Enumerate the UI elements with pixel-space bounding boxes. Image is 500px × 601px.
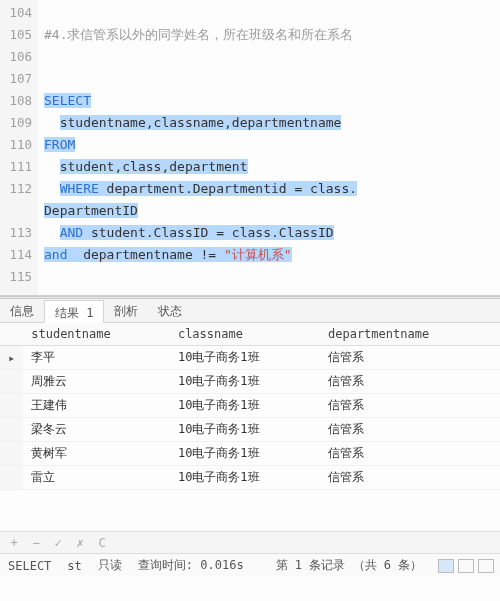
code-line[interactable]: [44, 2, 500, 24]
tab-剖析[interactable]: 剖析: [104, 299, 148, 322]
form-view-icon[interactable]: [458, 559, 474, 573]
code-line[interactable]: SELECT: [44, 90, 500, 112]
status-stmt: SELECT: [8, 559, 51, 573]
status-mode: 只读: [98, 557, 122, 574]
grid-header-row: studentnameclassnamedepartmentname: [0, 323, 500, 346]
table-row[interactable]: 梁冬云10电子商务1班信管系: [0, 418, 500, 442]
text-view-icon[interactable]: [478, 559, 494, 573]
grid-view-icon[interactable]: [438, 559, 454, 573]
col-studentname[interactable]: studentname: [23, 323, 170, 346]
result-tabs: 信息结果 1剖析状态: [0, 299, 500, 323]
code-line[interactable]: WHERE department.Departmentid = class.: [44, 178, 500, 200]
status-query-time: 查询时间: 0.016s: [138, 557, 244, 574]
cancel-button[interactable]: ✗: [72, 536, 88, 550]
code-line[interactable]: [44, 46, 500, 68]
tab-状态[interactable]: 状态: [148, 299, 192, 322]
result-grid[interactable]: studentnameclassnamedepartmentname ▸李平10…: [0, 323, 500, 531]
code-line[interactable]: FROM: [44, 134, 500, 156]
refresh-button[interactable]: C: [94, 536, 110, 550]
table-row[interactable]: 雷立10电子商务1班信管系: [0, 466, 500, 490]
col-classname[interactable]: classname: [170, 323, 320, 346]
tab-结果1[interactable]: 结果 1: [44, 300, 104, 323]
commit-button[interactable]: ✓: [50, 536, 66, 550]
code-line[interactable]: studentname,classname,departmentname: [44, 112, 500, 134]
table-row[interactable]: 王建伟10电子商务1班信管系: [0, 394, 500, 418]
grid-toolbar: + − ✓ ✗ C: [0, 531, 500, 553]
code-line[interactable]: [44, 266, 500, 288]
sql-editor[interactable]: 104105106107108109110111112 113114115 #4…: [0, 0, 500, 296]
status-bar: SELECT st 只读 查询时间: 0.016s 第 1 条记录 （共 6 条…: [0, 553, 500, 577]
line-number-gutter: 104105106107108109110111112 113114115: [0, 0, 38, 295]
code-line[interactable]: [44, 68, 500, 90]
code-line[interactable]: student,class,department: [44, 156, 500, 178]
tab-信息[interactable]: 信息: [0, 299, 44, 322]
table-row[interactable]: 周雅云10电子商务1班信管系: [0, 370, 500, 394]
table-row[interactable]: ▸李平10电子商务1班信管系: [0, 346, 500, 370]
code-line-wrap[interactable]: DepartmentID: [44, 200, 500, 222]
table-row[interactable]: 黄树军10电子商务1班信管系: [0, 442, 500, 466]
code-line[interactable]: #4.求信管系以外的同学姓名，所在班级名和所在系名: [44, 24, 500, 46]
col-departmentname[interactable]: departmentname: [320, 323, 500, 346]
remove-row-button[interactable]: −: [28, 536, 44, 550]
code-area[interactable]: #4.求信管系以外的同学姓名，所在班级名和所在系名SELECT studentn…: [38, 0, 500, 295]
status-record-info: 第 1 条记录 （共 6 条）: [276, 557, 423, 574]
view-mode-icons[interactable]: [438, 559, 494, 573]
code-line[interactable]: and departmentname != "计算机系": [44, 244, 500, 266]
code-line[interactable]: AND student.ClassID = class.ClassID: [44, 222, 500, 244]
status-mode-prefix: st: [67, 559, 81, 573]
add-row-button[interactable]: +: [6, 536, 22, 550]
